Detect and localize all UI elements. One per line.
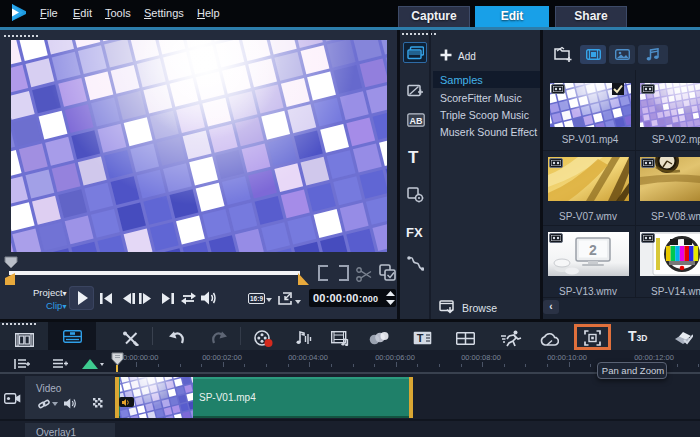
svg-text:T: T: [417, 332, 424, 344]
svg-text:2: 2: [589, 242, 597, 258]
svg-text:AB: AB: [410, 116, 423, 126]
